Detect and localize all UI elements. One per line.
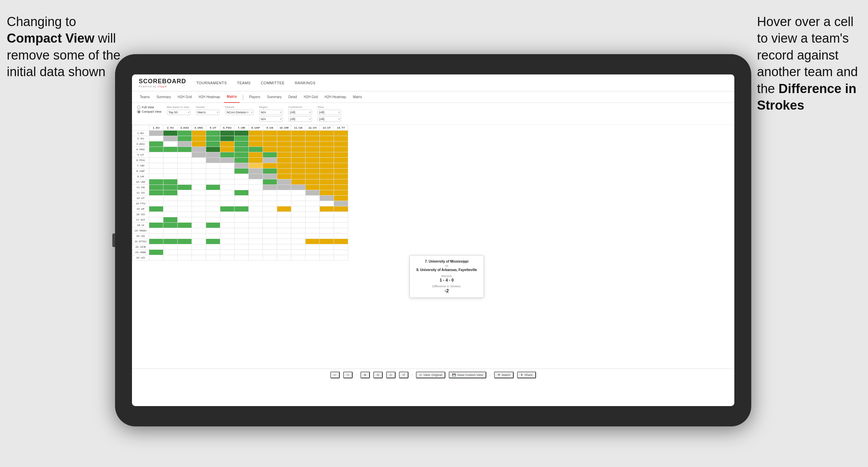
matrix-cell[interactable] <box>334 185 348 190</box>
matrix-cell[interactable] <box>277 206 291 212</box>
matrix-cell[interactable] <box>277 147 291 152</box>
matrix-cell[interactable] <box>306 147 320 152</box>
nav-committee[interactable]: COMMITTEE <box>261 81 285 85</box>
matrix-cell[interactable] <box>149 147 163 152</box>
matrix-cell[interactable] <box>291 163 306 169</box>
matrix-cell[interactable] <box>277 136 291 141</box>
matrix-cell[interactable] <box>149 185 163 190</box>
matrix-cell[interactable] <box>320 212 334 217</box>
matrix-cell[interactable] <box>263 250 277 255</box>
matrix-cell[interactable] <box>163 136 178 141</box>
matrix-cell[interactable] <box>235 255 249 261</box>
matrix-cell[interactable] <box>163 212 178 217</box>
matrix-cell[interactable] <box>206 131 220 136</box>
matrix-cell[interactable] <box>291 152 306 158</box>
matrix-cell[interactable] <box>206 190 220 196</box>
filter-division-select[interactable]: NCAA Division I <box>225 110 254 115</box>
matrix-cell[interactable] <box>163 196 178 201</box>
matrix-cell[interactable] <box>320 136 334 141</box>
matrix-cell[interactable] <box>220 212 235 217</box>
matrix-cell[interactable] <box>149 174 163 179</box>
matrix-cell[interactable] <box>320 152 334 158</box>
matrix-cell[interactable] <box>235 152 249 158</box>
matrix-cell[interactable] <box>149 169 163 174</box>
matrix-cell[interactable] <box>220 234 235 239</box>
matrix-cell[interactable] <box>149 136 163 141</box>
matrix-cell[interactable] <box>334 163 348 169</box>
matrix-cell[interactable] <box>206 163 220 169</box>
matrix-cell[interactable] <box>206 179 220 185</box>
matrix-cell[interactable] <box>192 228 206 234</box>
redo-button[interactable]: ↪ <box>343 372 353 378</box>
matrix-cell[interactable] <box>192 147 206 152</box>
matrix-cell[interactable] <box>178 131 192 136</box>
matrix-cell[interactable] <box>235 179 249 185</box>
matrix-cell[interactable] <box>149 179 163 185</box>
matrix-cell[interactable] <box>291 196 306 201</box>
matrix-cell[interactable] <box>178 244 192 250</box>
matrix-cell[interactable] <box>149 201 163 206</box>
matrix-cell[interactable] <box>178 190 192 196</box>
matrix-cell[interactable] <box>291 131 306 136</box>
matrix-cell[interactable] <box>149 163 163 169</box>
matrix-cell[interactable] <box>291 228 306 234</box>
matrix-cell[interactable] <box>320 244 334 250</box>
matrix-cell[interactable] <box>220 169 235 174</box>
matrix-cell[interactable] <box>249 136 263 141</box>
matrix-cell[interactable] <box>206 196 220 201</box>
matrix-cell[interactable] <box>291 201 306 206</box>
matrix-cell[interactable] <box>220 223 235 228</box>
matrix-cell[interactable] <box>149 217 163 223</box>
matrix-cell[interactable] <box>306 239 320 244</box>
matrix-cell[interactable] <box>334 212 348 217</box>
matrix-cell[interactable] <box>306 228 320 234</box>
matrix-cell[interactable] <box>235 158 249 163</box>
matrix-cell[interactable] <box>334 255 348 261</box>
matrix-cell[interactable] <box>263 239 277 244</box>
matrix-cell[interactable] <box>178 158 192 163</box>
matrix-cell[interactable] <box>277 250 291 255</box>
matrix-cell[interactable] <box>192 179 206 185</box>
radio-compact-view[interactable]: Compact View <box>137 110 161 113</box>
matrix-cell[interactable] <box>249 196 263 201</box>
matrix-cell[interactable] <box>334 136 348 141</box>
matrix-cell[interactable] <box>220 174 235 179</box>
matrix-cell[interactable] <box>163 169 178 174</box>
matrix-cell[interactable] <box>320 185 334 190</box>
matrix-cell[interactable] <box>206 136 220 141</box>
matrix-cell[interactable] <box>149 196 163 201</box>
matrix-cell[interactable] <box>334 152 348 158</box>
matrix-cell[interactable] <box>306 250 320 255</box>
matrix-cell[interactable] <box>178 163 192 169</box>
matrix-cell[interactable] <box>263 131 277 136</box>
matrix-cell[interactable] <box>235 196 249 201</box>
matrix-cell[interactable] <box>178 196 192 201</box>
matrix-cell[interactable] <box>263 201 277 206</box>
matrix-cell[interactable] <box>306 244 320 250</box>
matrix-cell[interactable] <box>206 141 220 147</box>
matrix-cell[interactable] <box>192 255 206 261</box>
matrix-cell[interactable] <box>192 158 206 163</box>
matrix-cell[interactable] <box>263 179 277 185</box>
matrix-cell[interactable] <box>263 136 277 141</box>
matrix-cell[interactable] <box>220 228 235 234</box>
matrix-cell[interactable] <box>306 234 320 239</box>
watch-button[interactable]: 👁 Watch <box>494 372 514 378</box>
matrix-cell[interactable] <box>334 244 348 250</box>
matrix-cell[interactable] <box>249 174 263 179</box>
matrix-cell[interactable] <box>334 190 348 196</box>
matrix-cell[interactable] <box>149 212 163 217</box>
nav-rankings[interactable]: RANKINGS <box>295 81 315 85</box>
filter-region-select[interactable]: N/A <box>259 110 283 115</box>
subnav-players[interactable]: Players <box>246 91 263 103</box>
matrix-cell[interactable] <box>178 141 192 147</box>
matrix-cell[interactable] <box>163 206 178 212</box>
matrix-cell[interactable] <box>178 250 192 255</box>
matrix-cell[interactable] <box>235 250 249 255</box>
matrix-cell[interactable] <box>163 147 178 152</box>
matrix-cell[interactable] <box>263 158 277 163</box>
matrix-cell[interactable] <box>192 190 206 196</box>
matrix-cell[interactable] <box>277 196 291 201</box>
matrix-cell[interactable] <box>277 179 291 185</box>
matrix-cell[interactable] <box>263 223 277 228</box>
